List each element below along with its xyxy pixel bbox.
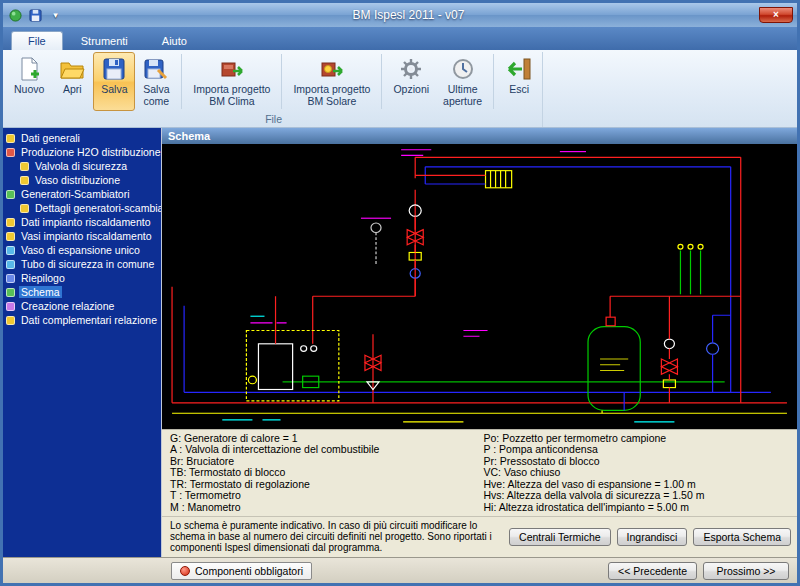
- centrali-termiche-button[interactable]: Centrali Termiche: [509, 528, 611, 546]
- ribbon-button-ultime-aperture[interactable]: Ultimeaperture: [436, 52, 489, 111]
- panel-title: Schema: [168, 130, 210, 142]
- save-icon: [101, 56, 127, 82]
- tree-item-icon: [6, 190, 15, 199]
- legend-line: T : Termometro: [170, 490, 476, 502]
- sidebar-item-vasi-impianto-riscaldamento[interactable]: Vasi impianto riscaldamento: [3, 229, 161, 243]
- sidebar-item-label: Creazione relazione: [19, 300, 116, 312]
- mandatory-components-button[interactable]: Componenti obbligatori: [171, 562, 312, 580]
- import-clima-icon: [219, 56, 245, 82]
- sidebar-item-valvola-di-sicurezza[interactable]: Valvola di sicurezza: [3, 159, 161, 173]
- tree-item-icon: [6, 218, 15, 227]
- ribbon-separator: [381, 54, 382, 109]
- wizard-nav: << Precedente Prossimo >>: [608, 562, 789, 580]
- ribbon-button-label: Esci: [509, 83, 529, 95]
- footer-bar: Componenti obbligatori << Precedente Pro…: [3, 557, 797, 583]
- ribbon-button-label: Nuovo: [14, 83, 44, 95]
- sidebar-item-label: Produzione H2O distribuzione: [19, 146, 161, 158]
- ribbon-button-label: Salva: [143, 83, 169, 95]
- sidebar-item-tubo-di-sicurezza-in-comune[interactable]: Tubo di sicurezza in comune: [3, 257, 161, 271]
- tree-item-icon: [6, 274, 15, 283]
- legend-line: Hvs: Altezza della valvola di sicurezza …: [484, 490, 790, 502]
- tree-item-icon: [6, 260, 15, 269]
- tab-strumenti[interactable]: Strumenti: [65, 32, 144, 50]
- legend-line: VC: Vaso chiuso: [484, 467, 790, 479]
- schema-canvas: [162, 144, 797, 429]
- qat-dropdown-icon[interactable]: ▾: [47, 8, 64, 23]
- sidebar-item-dati-complementari-relazione[interactable]: Dati complementari relazione: [3, 313, 161, 327]
- schema-legend: G: Generatore di calore = 1A : Valvola d…: [162, 429, 797, 517]
- tab-aiuto[interactable]: Aiuto: [146, 32, 203, 50]
- sidebar-item-label: Generatori-Scambiatori: [19, 188, 132, 200]
- sidebar-item-schema[interactable]: Schema: [3, 285, 161, 299]
- legend-column-left: G: Generatore di calore = 1A : Valvola d…: [170, 433, 476, 514]
- sidebar-item-label: Dati impianto riscaldamento: [19, 216, 153, 228]
- ribbon-button-salva[interactable]: Salva: [93, 52, 135, 111]
- sidebar-item-dati-impianto-riscaldamento[interactable]: Dati impianto riscaldamento: [3, 215, 161, 229]
- close-icon: ×: [773, 10, 779, 20]
- tree-item-icon: [6, 288, 15, 297]
- ribbon-group-label: File: [7, 111, 540, 127]
- ingrandisci-button[interactable]: Ingrandisci: [617, 528, 688, 546]
- sidebar-item-label: Valvola di sicurezza: [33, 160, 129, 172]
- app-window: ▾ BM Ispesl 2011 - v07 × FileStrumentiAi…: [0, 0, 800, 586]
- sidebar-item-dettagli-generatori-scambiatori[interactable]: Dettagli generatori-scambiatori: [3, 201, 161, 215]
- sidebar-item-generatori-scambiatori[interactable]: Generatori-Scambiatori: [3, 187, 161, 201]
- esporta-schema-button[interactable]: Esporta Schema: [693, 528, 791, 546]
- legend-line: M : Manometro: [170, 502, 476, 514]
- tree-item-icon: [20, 176, 29, 185]
- sidebar-item-vaso-distribuzione[interactable]: Vaso distribuzione: [3, 173, 161, 187]
- app-icon[interactable]: [7, 8, 24, 23]
- tabstrip: FileStrumentiAiuto: [3, 27, 797, 50]
- previous-button[interactable]: << Precedente: [608, 562, 697, 580]
- quick-save-icon[interactable]: [27, 8, 44, 23]
- sidebar-item-label: Tubo di sicurezza in comune: [19, 258, 156, 270]
- ribbon-button-label: Importa progetto: [193, 83, 270, 95]
- ribbon-separator: [281, 54, 282, 109]
- tree-item-icon: [6, 246, 15, 255]
- tree-item-icon: [20, 204, 29, 213]
- mandatory-icon: [180, 566, 190, 576]
- note-row: Lo schema è puramente indicativo. In cas…: [162, 516, 797, 557]
- ribbon-button-label: BM Clima: [209, 95, 255, 107]
- ribbon-button-apri[interactable]: Apri: [51, 52, 93, 111]
- sidebar-item-label: Vaso distribuzione: [33, 174, 122, 186]
- ribbon-separator: [181, 54, 182, 109]
- legend-line: P : Pompa anticondensa: [484, 444, 790, 456]
- options-gear-icon: [398, 56, 424, 82]
- sidebar-item-label: Vaso di espansione unico: [19, 244, 142, 256]
- ribbon-group-file: NuovoApriSalvaSalvacomeImporta progettoB…: [5, 52, 543, 127]
- ribbon-button-label: Opzioni: [393, 83, 429, 95]
- ribbon-button-label: come: [144, 95, 170, 107]
- tree-item-icon: [20, 162, 29, 171]
- ribbon-button-nuovo[interactable]: Nuovo: [7, 52, 51, 111]
- close-button[interactable]: ×: [759, 7, 793, 23]
- legend-line: A : Valvola di intercettazione del combu…: [170, 444, 476, 456]
- sidebar-item-vaso-di-espansione-unico[interactable]: Vaso di espansione unico: [3, 243, 161, 257]
- ribbon-button-importa-progetto-bm-clima[interactable]: Importa progettoBM Clima: [186, 52, 277, 111]
- next-button[interactable]: Prossimo >>: [703, 562, 789, 580]
- ribbon-button-importa-progetto-bm-solare[interactable]: Importa progettoBM Solare: [286, 52, 377, 111]
- sidebar-item-dati-generali[interactable]: Dati generali: [3, 131, 161, 145]
- ribbon-button-label: Importa progetto: [293, 83, 370, 95]
- mandatory-label: Componenti obbligatori: [195, 565, 303, 577]
- tab-file[interactable]: File: [11, 31, 63, 50]
- schema-action-buttons: Centrali TermicheIngrandisciEsporta Sche…: [509, 528, 791, 546]
- save-as-icon: [143, 56, 169, 82]
- ribbon-button-opzioni[interactable]: Opzioni: [386, 52, 436, 111]
- content-panel: Schema: [161, 128, 797, 557]
- sidebar-item-creazione-relazione[interactable]: Creazione relazione: [3, 299, 161, 313]
- sidebar-item-riepilogo[interactable]: Riepilogo: [3, 271, 161, 285]
- sidebar-item-produzione-h2o-distribuzione[interactable]: Produzione H2O distribuzione: [3, 145, 161, 159]
- ribbon-button-esci[interactable]: Esci: [498, 52, 540, 111]
- tree-item-icon: [6, 302, 15, 311]
- schema-note: Lo schema è puramente indicativo. In cas…: [170, 520, 501, 553]
- quick-access-toolbar: ▾: [7, 8, 64, 23]
- sidebar-item-label: Riepilogo: [19, 272, 67, 284]
- tree-item-icon: [6, 148, 15, 157]
- sidebar-item-label: Vasi impianto riscaldamento: [19, 230, 154, 242]
- ribbon-button-salva-come[interactable]: Salvacome: [135, 52, 177, 111]
- exit-icon: [506, 56, 532, 82]
- legend-column-right: Po: Pozzetto per termometro campioneP : …: [484, 433, 790, 514]
- sidebar-tree: Dati generaliProduzione H2O distribuzion…: [3, 128, 161, 557]
- ribbon-button-label: Salva: [101, 83, 127, 95]
